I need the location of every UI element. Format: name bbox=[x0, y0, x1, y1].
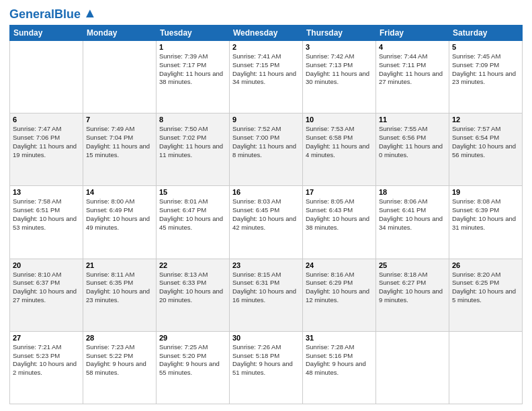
day-info: Sunrise: 8:03 AM Sunset: 6:45 PM Dayligh… bbox=[232, 197, 300, 232]
day-info: Sunrise: 7:44 AM Sunset: 7:11 PM Dayligh… bbox=[379, 52, 446, 87]
day-number: 23 bbox=[232, 261, 300, 269]
day-info: Sunrise: 7:58 AM Sunset: 6:51 PM Dayligh… bbox=[13, 197, 80, 232]
page: GeneralBlue ▲ Sunday Monday Tuesday Wedn… bbox=[0, 0, 532, 411]
calendar-cell: 19Sunrise: 8:08 AM Sunset: 6:39 PM Dayli… bbox=[449, 186, 523, 259]
day-info: Sunrise: 8:05 AM Sunset: 6:43 PM Dayligh… bbox=[306, 197, 373, 232]
calendar-cell: 16Sunrise: 8:03 AM Sunset: 6:45 PM Dayli… bbox=[230, 186, 303, 259]
day-info: Sunrise: 7:49 AM Sunset: 7:04 PM Dayligh… bbox=[86, 125, 153, 159]
day-info: Sunrise: 7:42 AM Sunset: 7:13 PM Dayligh… bbox=[306, 52, 373, 87]
week-row-1: 1Sunrise: 7:39 AM Sunset: 7:17 PM Daylig… bbox=[10, 41, 523, 113]
day-number: 30 bbox=[232, 334, 300, 342]
calendar-cell bbox=[10, 41, 83, 113]
calendar-cell: 3Sunrise: 7:42 AM Sunset: 7:13 PM Daylig… bbox=[303, 41, 376, 113]
day-info: Sunrise: 7:41 AM Sunset: 7:15 PM Dayligh… bbox=[232, 52, 300, 87]
day-info: Sunrise: 7:52 AM Sunset: 7:00 PM Dayligh… bbox=[232, 125, 300, 159]
header-tuesday: Tuesday bbox=[157, 26, 230, 41]
calendar-cell: 29Sunrise: 7:25 AM Sunset: 5:20 PM Dayli… bbox=[157, 331, 230, 404]
calendar-cell: 9Sunrise: 7:52 AM Sunset: 7:00 PM Daylig… bbox=[230, 113, 303, 186]
calendar-cell: 12Sunrise: 7:57 AM Sunset: 6:54 PM Dayli… bbox=[449, 113, 523, 186]
day-info: Sunrise: 7:28 AM Sunset: 5:16 PM Dayligh… bbox=[306, 343, 373, 377]
calendar-cell: 17Sunrise: 8:05 AM Sunset: 6:43 PM Dayli… bbox=[303, 186, 376, 259]
header-sunday: Sunday bbox=[10, 26, 83, 41]
calendar-cell bbox=[83, 41, 157, 113]
day-info: Sunrise: 7:55 AM Sunset: 6:56 PM Dayligh… bbox=[379, 125, 446, 159]
week-row-4: 20Sunrise: 8:10 AM Sunset: 6:37 PM Dayli… bbox=[10, 259, 523, 331]
calendar-cell: 28Sunrise: 7:23 AM Sunset: 5:22 PM Dayli… bbox=[83, 331, 157, 404]
day-number: 21 bbox=[86, 261, 153, 269]
day-number: 1 bbox=[159, 43, 226, 51]
calendar-cell bbox=[449, 331, 523, 404]
calendar-cell: 7Sunrise: 7:49 AM Sunset: 7:04 PM Daylig… bbox=[83, 113, 157, 186]
day-number: 15 bbox=[159, 188, 226, 196]
day-number: 12 bbox=[452, 116, 519, 124]
logo: GeneralBlue ▲ bbox=[9, 7, 97, 21]
calendar-cell: 13Sunrise: 7:58 AM Sunset: 6:51 PM Dayli… bbox=[10, 186, 83, 259]
day-number: 8 bbox=[159, 116, 226, 124]
calendar-cell: 31Sunrise: 7:28 AM Sunset: 5:16 PM Dayli… bbox=[303, 331, 376, 404]
calendar-cell: 10Sunrise: 7:53 AM Sunset: 6:58 PM Dayli… bbox=[303, 113, 376, 186]
calendar-cell: 22Sunrise: 8:13 AM Sunset: 6:33 PM Dayli… bbox=[157, 259, 230, 331]
day-info: Sunrise: 8:06 AM Sunset: 6:41 PM Dayligh… bbox=[379, 197, 446, 232]
calendar-cell: 20Sunrise: 8:10 AM Sunset: 6:37 PM Dayli… bbox=[10, 259, 83, 331]
week-row-2: 6Sunrise: 7:47 AM Sunset: 7:06 PM Daylig… bbox=[10, 113, 523, 186]
day-info: Sunrise: 7:26 AM Sunset: 5:18 PM Dayligh… bbox=[232, 343, 300, 377]
calendar-table: Sunday Monday Tuesday Wednesday Thursday… bbox=[9, 25, 523, 404]
calendar-cell: 24Sunrise: 8:16 AM Sunset: 6:29 PM Dayli… bbox=[303, 259, 376, 331]
day-number: 26 bbox=[452, 261, 519, 269]
header: GeneralBlue ▲ bbox=[9, 7, 523, 21]
header-thursday: Thursday bbox=[303, 26, 376, 41]
day-info: Sunrise: 8:15 AM Sunset: 6:31 PM Dayligh… bbox=[232, 271, 300, 305]
calendar-cell: 8Sunrise: 7:50 AM Sunset: 7:02 PM Daylig… bbox=[157, 113, 230, 186]
calendar-cell: 2Sunrise: 7:41 AM Sunset: 7:15 PM Daylig… bbox=[230, 41, 303, 113]
day-number: 2 bbox=[232, 43, 300, 51]
calendar-cell: 21Sunrise: 8:11 AM Sunset: 6:35 PM Dayli… bbox=[83, 259, 157, 331]
day-info: Sunrise: 7:39 AM Sunset: 7:17 PM Dayligh… bbox=[159, 52, 226, 87]
day-number: 17 bbox=[306, 188, 373, 196]
day-info: Sunrise: 7:45 AM Sunset: 7:09 PM Dayligh… bbox=[452, 52, 519, 87]
header-monday: Monday bbox=[83, 26, 157, 41]
day-number: 16 bbox=[232, 188, 300, 196]
calendar-cell: 14Sunrise: 8:00 AM Sunset: 6:49 PM Dayli… bbox=[83, 186, 157, 259]
calendar-cell: 6Sunrise: 7:47 AM Sunset: 7:06 PM Daylig… bbox=[10, 113, 83, 186]
day-info: Sunrise: 8:20 AM Sunset: 6:25 PM Dayligh… bbox=[452, 271, 519, 305]
day-number: 24 bbox=[306, 261, 373, 269]
day-info: Sunrise: 7:53 AM Sunset: 6:58 PM Dayligh… bbox=[306, 125, 373, 159]
day-number: 10 bbox=[306, 116, 373, 124]
logo-general: General bbox=[9, 7, 54, 21]
calendar-cell: 15Sunrise: 8:01 AM Sunset: 6:47 PM Dayli… bbox=[157, 186, 230, 259]
week-row-3: 13Sunrise: 7:58 AM Sunset: 6:51 PM Dayli… bbox=[10, 186, 523, 259]
day-number: 13 bbox=[13, 188, 80, 196]
day-info: Sunrise: 8:13 AM Sunset: 6:33 PM Dayligh… bbox=[159, 271, 226, 305]
week-row-5: 27Sunrise: 7:21 AM Sunset: 5:23 PM Dayli… bbox=[10, 331, 523, 404]
day-number: 22 bbox=[159, 261, 226, 269]
calendar-cell: 26Sunrise: 8:20 AM Sunset: 6:25 PM Dayli… bbox=[449, 259, 523, 331]
day-info: Sunrise: 8:00 AM Sunset: 6:49 PM Dayligh… bbox=[86, 197, 153, 232]
day-number: 19 bbox=[452, 188, 519, 196]
day-info: Sunrise: 8:08 AM Sunset: 6:39 PM Dayligh… bbox=[452, 197, 519, 232]
day-number: 31 bbox=[306, 334, 373, 342]
day-info: Sunrise: 8:10 AM Sunset: 6:37 PM Dayligh… bbox=[13, 271, 80, 305]
day-number: 18 bbox=[379, 188, 446, 196]
logo-text: GeneralBlue bbox=[9, 8, 81, 20]
calendar-cell: 23Sunrise: 8:15 AM Sunset: 6:31 PM Dayli… bbox=[230, 259, 303, 331]
day-info: Sunrise: 7:57 AM Sunset: 6:54 PM Dayligh… bbox=[452, 125, 519, 159]
day-info: Sunrise: 7:50 AM Sunset: 7:02 PM Dayligh… bbox=[159, 125, 226, 159]
day-number: 11 bbox=[379, 116, 446, 124]
calendar-cell: 4Sunrise: 7:44 AM Sunset: 7:11 PM Daylig… bbox=[376, 41, 449, 113]
calendar-cell: 5Sunrise: 7:45 AM Sunset: 7:09 PM Daylig… bbox=[449, 41, 523, 113]
day-number: 28 bbox=[86, 334, 153, 342]
day-info: Sunrise: 7:25 AM Sunset: 5:20 PM Dayligh… bbox=[159, 343, 226, 377]
day-number: 5 bbox=[452, 43, 519, 51]
header-wednesday: Wednesday bbox=[230, 26, 303, 41]
calendar-cell: 18Sunrise: 8:06 AM Sunset: 6:41 PM Dayli… bbox=[376, 186, 449, 259]
day-info: Sunrise: 7:23 AM Sunset: 5:22 PM Dayligh… bbox=[86, 343, 153, 377]
day-number: 7 bbox=[86, 116, 153, 124]
day-info: Sunrise: 8:11 AM Sunset: 6:35 PM Dayligh… bbox=[86, 271, 153, 305]
calendar-cell bbox=[376, 331, 449, 404]
logo-blue: Blue bbox=[54, 7, 81, 21]
weekday-header-row: Sunday Monday Tuesday Wednesday Thursday… bbox=[10, 26, 523, 41]
day-info: Sunrise: 8:01 AM Sunset: 6:47 PM Dayligh… bbox=[159, 197, 226, 232]
day-number: 4 bbox=[379, 43, 446, 51]
calendar-cell: 25Sunrise: 8:18 AM Sunset: 6:27 PM Dayli… bbox=[376, 259, 449, 331]
day-number: 9 bbox=[232, 116, 300, 124]
